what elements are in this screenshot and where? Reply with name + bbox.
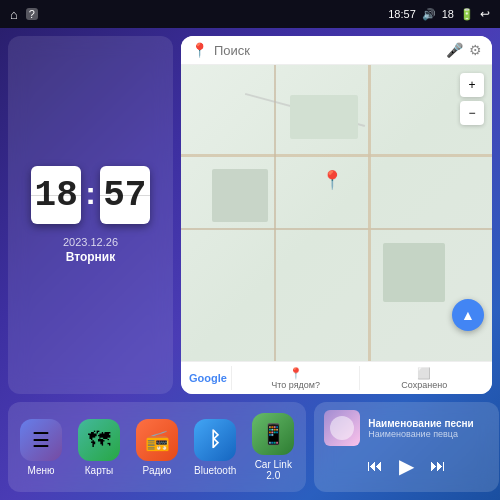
app-item-radio[interactable]: 📻 Радио <box>136 419 178 476</box>
map-nearby-button[interactable]: 📍 Что рядом? <box>236 367 356 390</box>
battery-level: 18 <box>442 8 454 20</box>
music-prev-button[interactable]: ⏮ <box>367 457 383 475</box>
main-screen: 18 : 57 2023.12.26 Вторник 📍 🎤 <box>0 28 500 500</box>
map-controls[interactable]: + − <box>460 73 484 125</box>
date-display: 2023.12.26 <box>63 236 118 248</box>
lower-section: ☰ Меню 🗺 Карты 📻 Радио <box>8 402 492 492</box>
clock-hours: 18 <box>31 166 81 224</box>
music-play-button[interactable]: ▶ <box>399 454 414 478</box>
music-controls: ⏮ ▶ ⏭ <box>324 454 489 478</box>
map-footer-divider <box>231 366 232 390</box>
carlink-icon-symbol: 📱 <box>261 422 286 446</box>
album-art <box>324 410 360 446</box>
bluetooth-app-icon: ᛒ <box>194 419 236 461</box>
map-footer-divider2 <box>359 366 360 390</box>
music-info: Наименование песни Наименование певца <box>324 410 489 446</box>
carlink-app-label: Car Link 2.0 <box>252 459 294 481</box>
home-icon[interactable]: ⌂ <box>10 7 18 22</box>
next-icon: ⏭ <box>430 457 446 475</box>
question-icon[interactable]: ? <box>26 8 38 20</box>
radio-app-label: Радио <box>143 465 172 476</box>
battery-icon: 🔋 <box>460 8 474 21</box>
clock-widget: 18 : 57 2023.12.26 Вторник <box>8 36 173 394</box>
app-item-menu[interactable]: ☰ Меню <box>20 419 62 476</box>
music-next-button[interactable]: ⏭ <box>430 457 446 475</box>
content-area: 18 : 57 2023.12.26 Вторник 📍 🎤 <box>8 36 492 492</box>
saved-label: Сохранено <box>401 380 447 390</box>
clock-minutes: 57 <box>100 166 150 224</box>
map-zoom-out-button[interactable]: − <box>460 101 484 125</box>
maps-app-icon: 🗺 <box>78 419 120 461</box>
status-bar-right: 18:57 🔊 18 🔋 ↩ <box>388 7 490 21</box>
app-dock: ☰ Меню 🗺 Карты 📻 Радио <box>8 402 306 492</box>
menu-icon-symbol: ☰ <box>32 428 50 452</box>
map-pin-icon: 📍 <box>191 42 208 58</box>
map-saved-button[interactable]: ⬜ Сохранено <box>364 367 484 390</box>
google-logo: Google <box>189 372 227 384</box>
radio-icon-symbol: 📻 <box>145 428 170 452</box>
map-navigate-button[interactable]: ▲ <box>452 299 484 331</box>
status-bar-left: ⌂ ? <box>10 7 38 22</box>
nearby-icon: 📍 <box>289 367 303 380</box>
music-artist: Наименование певца <box>368 429 489 439</box>
play-icon: ▶ <box>399 454 414 478</box>
music-text: Наименование песни Наименование певца <box>368 418 489 439</box>
day-display: Вторник <box>63 250 118 264</box>
menu-app-icon: ☰ <box>20 419 62 461</box>
map-zoom-in-button[interactable]: + <box>460 73 484 97</box>
flip-clock: 18 : 57 <box>31 166 150 224</box>
menu-app-label: Меню <box>27 465 54 476</box>
map-location-pin: 📍 <box>321 169 343 191</box>
date-info: 2023.12.26 Вторник <box>63 236 118 264</box>
bluetooth-icon-symbol: ᛒ <box>209 428 221 451</box>
saved-icon: ⬜ <box>417 367 431 380</box>
music-title: Наименование песни <box>368 418 489 429</box>
bluetooth-app-label: Bluetooth <box>194 465 236 476</box>
app-item-bluetooth[interactable]: ᛒ Bluetooth <box>194 419 236 476</box>
time-display: 18:57 <box>388 8 416 20</box>
prev-icon: ⏮ <box>367 457 383 475</box>
radio-app-icon: 📻 <box>136 419 178 461</box>
music-widget: Наименование песни Наименование певца ⏮ … <box>314 402 499 492</box>
back-icon[interactable]: ↩ <box>480 7 490 21</box>
maps-icon-symbol: 🗺 <box>88 427 110 453</box>
carlink-app-icon: 📱 <box>252 413 294 455</box>
map-mic-icon[interactable]: 🎤 <box>446 42 463 58</box>
status-bar: ⌂ ? 18:57 🔊 18 🔋 ↩ <box>0 0 500 28</box>
map-widget[interactable]: 📍 🎤 ⚙ <box>181 36 492 394</box>
clock-colon: : <box>85 175 96 212</box>
volume-icon: 🔊 <box>422 8 436 21</box>
device-frame: ⌂ ? 18:57 🔊 18 🔋 ↩ 18 : 57 <box>0 0 500 500</box>
navigate-icon: ▲ <box>461 307 475 323</box>
map-footer: Google 📍 Что рядом? ⬜ Сохранено <box>181 361 492 394</box>
app-item-carlink[interactable]: 📱 Car Link 2.0 <box>252 413 294 481</box>
map-search-bar[interactable]: 📍 🎤 ⚙ <box>181 36 492 65</box>
upper-section: 18 : 57 2023.12.26 Вторник 📍 🎤 <box>8 36 492 394</box>
map-search-input[interactable] <box>214 43 440 58</box>
map-area[interactable]: 📍 + − ▲ <box>181 65 492 361</box>
maps-app-label: Карты <box>85 465 114 476</box>
nearby-label: Что рядом? <box>271 380 320 390</box>
map-settings-icon[interactable]: ⚙ <box>469 42 482 58</box>
app-item-maps[interactable]: 🗺 Карты <box>78 419 120 476</box>
